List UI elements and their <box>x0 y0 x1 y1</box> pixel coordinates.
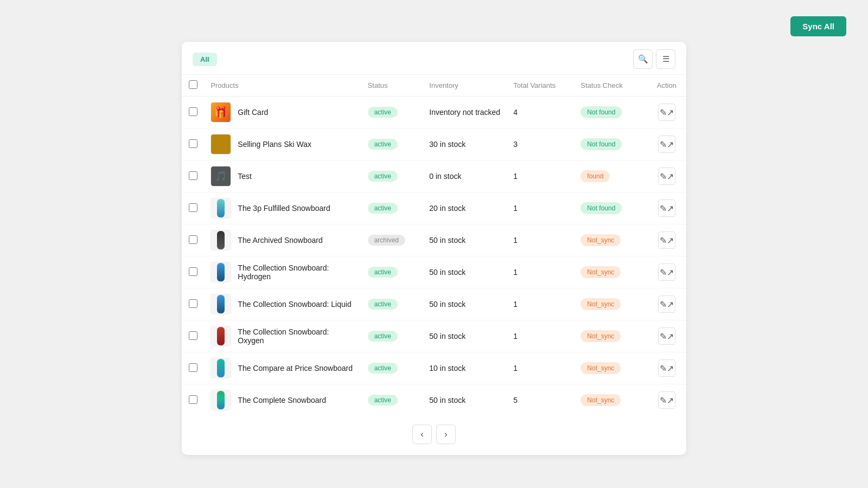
inventory-value: Inventory not tracked <box>429 108 500 117</box>
product-thumbnail <box>210 326 231 346</box>
product-cell-1: Selling Plans Ski Wax <box>204 129 361 160</box>
status-badge: active <box>368 139 398 150</box>
status-check-cell-6: Not_sync <box>574 288 647 320</box>
row-checkbox-cell[interactable] <box>182 320 204 352</box>
action-cell-7: ✎↗ <box>647 320 686 352</box>
edit-button[interactable]: ✎↗ <box>658 136 675 153</box>
edit-icon: ✎↗ <box>660 331 674 342</box>
products-table: Products Status Inventory Total Variants… <box>182 75 686 416</box>
edit-button[interactable]: ✎↗ <box>658 232 675 249</box>
table-row: The Collection Snowboard: Oxygen active … <box>182 320 686 352</box>
edit-button[interactable]: ✎↗ <box>658 359 675 377</box>
edit-button[interactable]: ✎↗ <box>658 296 675 313</box>
inventory-value: 50 in stock <box>429 268 465 277</box>
row-checkbox[interactable] <box>189 203 197 212</box>
variants-value: 1 <box>513 300 518 309</box>
row-checkbox-cell[interactable] <box>182 352 204 384</box>
edit-button[interactable]: ✎↗ <box>658 391 675 409</box>
edit-button[interactable]: ✎↗ <box>658 200 675 217</box>
inventory-value: 0 in stock <box>429 172 461 181</box>
row-checkbox-cell[interactable] <box>182 160 204 192</box>
status-cell-8: active <box>361 352 423 384</box>
status-check-badge: Not_sync <box>580 298 621 310</box>
row-checkbox[interactable] <box>189 299 197 308</box>
row-checkbox[interactable] <box>189 395 197 404</box>
status-cell-2: active <box>361 160 423 192</box>
prev-page-button[interactable]: ‹ <box>412 425 432 444</box>
product-name: The 3p Fulfilled Snowboard <box>238 204 330 213</box>
col-header-inventory: Inventory <box>423 75 507 97</box>
row-checkbox[interactable] <box>189 267 197 276</box>
row-checkbox[interactable] <box>189 171 197 180</box>
row-checkbox[interactable] <box>189 331 197 340</box>
variants-cell-9: 5 <box>507 384 574 416</box>
product-info: 🎁 Gift Card <box>210 102 354 123</box>
status-check-badge: Not found <box>580 138 622 150</box>
status-badge: active <box>368 299 398 310</box>
row-checkbox-cell[interactable] <box>182 224 204 256</box>
product-name: Test <box>238 172 252 181</box>
status-check-badge: Not_sync <box>580 394 621 406</box>
product-info: The 3p Fulfilled Snowboard <box>210 198 354 219</box>
col-header-total-variants: Total Variants <box>507 75 574 97</box>
inventory-cell-6: 50 in stock <box>423 288 507 320</box>
status-badge: active <box>368 171 398 182</box>
edit-icon: ✎↗ <box>660 363 674 374</box>
status-check-cell-5: Not_sync <box>574 256 647 288</box>
select-all-header[interactable] <box>182 75 204 97</box>
row-checkbox-cell[interactable] <box>182 129 204 160</box>
inventory-cell-7: 50 in stock <box>423 320 507 352</box>
status-badge: active <box>368 203 398 214</box>
action-cell-6: ✎↗ <box>647 288 686 320</box>
sync-all-button[interactable]: Sync All <box>790 16 846 36</box>
select-all-checkbox[interactable] <box>189 80 197 89</box>
row-checkbox-cell[interactable] <box>182 97 204 129</box>
edit-icon: ✎↗ <box>660 235 674 246</box>
edit-button[interactable]: ✎↗ <box>658 104 675 121</box>
product-cell-4: The Archived Snowboard <box>204 224 361 256</box>
inventory-value: 50 in stock <box>429 300 465 309</box>
inventory-value: 30 in stock <box>429 140 465 149</box>
edit-button[interactable]: ✎↗ <box>658 328 675 345</box>
inventory-cell-1: 30 in stock <box>423 129 507 160</box>
row-checkbox[interactable] <box>189 363 197 372</box>
row-checkbox-cell[interactable] <box>182 256 204 288</box>
variants-value: 1 <box>513 268 518 277</box>
edit-icon: ✎↗ <box>660 139 674 150</box>
inventory-cell-3: 20 in stock <box>423 192 507 224</box>
product-cell-9: The Complete Snowboard <box>204 384 361 416</box>
product-info: The Collection Snowboard: Oxygen <box>210 326 354 346</box>
product-info: Selling Plans Ski Wax <box>210 134 354 155</box>
row-checkbox[interactable] <box>189 139 197 148</box>
all-filter-button[interactable]: All <box>193 53 217 66</box>
row-checkbox-cell[interactable] <box>182 384 204 416</box>
status-cell-3: active <box>361 192 423 224</box>
product-info: The Collection Snowboard: Hydrogen <box>210 262 354 282</box>
action-cell-1: ✎↗ <box>647 129 686 160</box>
table-row: The Collection Snowboard: Hydrogen activ… <box>182 256 686 288</box>
inventory-cell-8: 10 in stock <box>423 352 507 384</box>
row-checkbox[interactable] <box>189 107 197 116</box>
next-page-button[interactable]: › <box>436 425 456 444</box>
table-header-row: Products Status Inventory Total Variants… <box>182 75 686 97</box>
filter-button[interactable]: ☰ <box>656 49 675 69</box>
edit-icon: ✎↗ <box>660 395 674 406</box>
search-button[interactable]: 🔍 <box>633 49 653 69</box>
status-check-badge: found <box>580 170 610 182</box>
variants-cell-6: 1 <box>507 288 574 320</box>
row-checkbox[interactable] <box>189 235 197 244</box>
row-checkbox-cell[interactable] <box>182 192 204 224</box>
edit-button[interactable]: ✎↗ <box>658 264 675 281</box>
product-thumbnail <box>210 198 231 219</box>
action-cell-5: ✎↗ <box>647 256 686 288</box>
table-row: The Archived Snowboard archived 50 in st… <box>182 224 686 256</box>
variants-value: 1 <box>513 172 518 181</box>
edit-button[interactable]: ✎↗ <box>658 168 675 185</box>
inventory-value: 50 in stock <box>429 332 465 341</box>
status-check-badge: Not found <box>580 106 622 118</box>
status-check-badge: Not_sync <box>580 362 621 374</box>
row-checkbox-cell[interactable] <box>182 288 204 320</box>
action-cell-0: ✎↗ <box>647 97 686 129</box>
product-cell-3: The 3p Fulfilled Snowboard <box>204 192 361 224</box>
product-name: The Complete Snowboard <box>238 396 326 404</box>
